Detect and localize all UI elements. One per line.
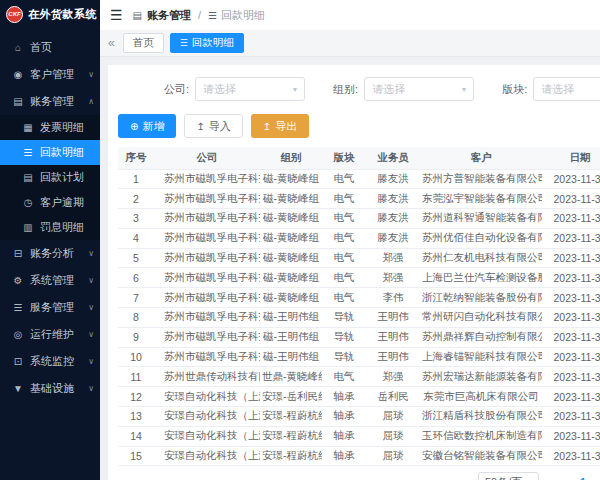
group-select[interactable]: 请选择 ▾ [364,77,474,101]
filter-sector-label: 版块: [502,82,527,97]
table-cell: 王明伟 [366,347,420,367]
column-header: 版块 [322,147,366,169]
table-row: 11苏州世鼎传动科技有限公司世鼎-黄晓峰组电气郑强苏州宏瑞达新能源装备有限公司2… [118,367,600,387]
breadcrumb-current: 回款明细 [221,8,265,23]
collapse-tabs-icon[interactable]: « [108,36,115,50]
sidebar-item-finance-analysis[interactable]: ⊟ 账务分析 ∨ [0,240,100,267]
sidebar-item-payback-plan[interactable]: ▤ 回款计划 [0,165,100,190]
table-cell: 郑强 [366,367,420,387]
invoice-icon: ▦ [22,122,34,133]
column-header: 组别 [260,147,322,169]
filter-company-label: 公司: [164,82,189,97]
topbar: ☰ ▤ 账务管理 / ☰ 回款明细 [100,0,600,30]
tab-payback-detail[interactable]: ☰ 回款明细 [170,33,244,53]
page-size-select[interactable]: 50条/页 ▾ [478,472,539,480]
tab-home[interactable]: 首页 [123,33,164,53]
table-cell: 2023-11-30 [542,446,600,466]
table-cell: 滕友洪 [366,228,420,248]
table-row: 15安璟自动化科技（上海）...安璟-程蔚杭组轴承屈琰安徽台铭智能装备有限公司2… [118,446,600,466]
company-select[interactable]: 请选择 ▾ [195,77,305,101]
table-cell: 王明伟 [366,308,420,328]
table-cell: 苏州宏瑞达新能源装备有限公司 [420,367,542,387]
table-cell: 李伟 [366,288,420,308]
chevron-icon: ∨ [88,357,94,366]
table-cell: 苏州道科智通智能装备有限公司 [420,209,542,229]
table-cell: 苏州市磁凯孚电子科技发... [154,327,260,347]
add-button[interactable]: ⊕ 新增 [118,114,176,138]
app-window: CKF 在外货款系统 ⌂ 首页 ◉ 客户管理 ∨ ▤ 账务管理 ∧ ▦ 发票明细… [0,0,600,480]
sidebar-item-customer-mgmt[interactable]: ◉ 客户管理 ∨ [0,61,100,88]
prev-page-button[interactable]: ‹ [566,475,570,480]
toolbar: ⊕ 新增 ↥ 导入 ↥ 导出 [118,114,600,138]
chevron-icon: ∨ [88,276,94,285]
table-cell: 磁-王明伟组 [260,327,322,347]
table-row: 3苏州市磁凯孚电子科技发...磁-黄晓峰组电气滕友洪苏州道科智通智能装备有限公司… [118,209,600,229]
sidebar-item-finance-mgmt[interactable]: ▤ 账务管理 ∧ [0,88,100,115]
sidebar-item-service-mgmt[interactable]: ☰ 服务管理 ∨ [0,294,100,321]
breadcrumb: ▤ 账务管理 / ☰ 回款明细 [133,8,265,23]
table-row: 7苏州市磁凯孚电子科技发...磁-黄晓峰组电气李伟浙江乾纳智能装备股份有限公司2… [118,288,600,308]
table-cell: 苏州市磁凯孚电子科技发... [154,268,260,288]
export-icon: ↥ [263,121,271,132]
sidebar-item-infrastructure[interactable]: ▼ 基础设施 ∨ [0,375,100,402]
sidebar-item-payback-detail[interactable]: ☰ 回款明细 [0,140,100,165]
table-cell: 7 [118,288,154,308]
first-page-button[interactable]: « [549,475,556,480]
table-cell: 电气 [322,288,366,308]
table-header: 序号公司组别版块业务员客户日期 [118,147,600,169]
table-cell: 浙江乾纳智能装备股份有限公司 [420,288,542,308]
sidebar-item-system-monitor[interactable]: ⊡ 系统监控 ∨ [0,348,100,375]
table-cell: 12 [118,387,154,407]
submenu-finance-mgmt: ▦ 发票明细 ☰ 回款明细 ▤ 回款计划 ◷ 客户逾期 ▥ 罚息明细 [0,115,100,240]
chevron-icon: ∨ [88,330,94,339]
monitor-icon: ⊡ [12,356,24,367]
table-cell: 电气 [322,209,366,229]
sidebar-item-customer-overdue[interactable]: ◷ 客户逾期 [0,190,100,215]
breadcrumb-parent[interactable]: 账务管理 [147,8,191,23]
filter-sector: 版块: 请选择 ▾ [502,77,600,101]
table-cell: 屈琰 [366,426,420,446]
tab-label: 首页 [133,36,154,50]
table-cell: 2023-11-30 [542,407,600,427]
filter-company: 公司: 请选择 ▾ [164,77,305,101]
current-page[interactable]: 1 [580,476,586,480]
card: 公司: 请选择 ▾ 组别: 请选择 ▾ 版块: [108,65,600,480]
table-cell: 苏州世鼎传动科技有限公司 [154,367,260,387]
table-cell: 9 [118,327,154,347]
sidebar-item-penalty-detail[interactable]: ▥ 罚息明细 [0,215,100,240]
column-header: 公司 [154,147,260,169]
hamburger-menu-icon[interactable]: ☰ [110,8,123,22]
table-body: 1苏州市磁凯孚电子科技发...磁-黄晓峰组电气滕友洪苏州方普智能装备有限公司东莞… [118,169,600,466]
table-cell: 安璟-岳利民组 [260,387,322,407]
table-cell: 5 [118,248,154,268]
file-icon: ▤ [22,172,34,183]
table-row: 8苏州市磁凯孚电子科技发...磁-王明伟组导轨王明伟常州研闪自动化科技有限公司2… [118,308,600,328]
sidebar-item-system-mgmt[interactable]: ⚙ 系统管理 ∨ [0,267,100,294]
import-button[interactable]: ↥ 导入 [184,114,242,138]
table-cell: 1 [118,169,154,189]
page-size-value: 50条/页 [485,475,522,480]
export-button[interactable]: ↥ 导出 [251,114,309,138]
add-button-label: 新增 [142,119,164,134]
upload-icon: ↥ [196,121,204,132]
app-logo: CKF [6,6,23,23]
operation-icon: ◎ [12,329,24,340]
sidebar-item-operation-maintenance[interactable]: ◎ 运行维护 ∨ [0,321,100,348]
chevron-icon: ∨ [88,303,94,312]
select-placeholder: 请选择 [203,82,236,97]
table-cell: 2023-11-30 [542,367,600,387]
table-cell: 安璟-程蔚杭组 [260,446,322,466]
table-cell: 安璟-程蔚杭组 [260,426,322,446]
table-cell: 2023-11-30 [542,426,600,446]
table-cell: 苏州市磁凯孚电子科技发... [154,209,260,229]
table-cell: 11 [118,367,154,387]
table-cell: 电气 [322,228,366,248]
table-cell: 磁-黄晓峰组 [260,288,322,308]
table-cell: 电气 [322,248,366,268]
sector-select[interactable]: 请选择 ▾ [533,77,600,101]
table-cell: 磁-黄晓峰组 [260,209,322,229]
table-cell: 2023-11-30 [542,268,600,288]
sidebar-item-invoice-detail[interactable]: ▦ 发票明细 [0,115,100,140]
table-cell: 2023-11-30 [542,248,600,268]
sidebar-item-home[interactable]: ⌂ 首页 [0,34,100,61]
